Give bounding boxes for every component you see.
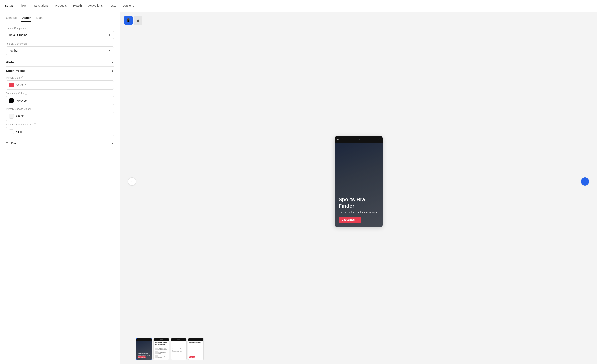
topbar-chevron-up-icon: ▲ [111,142,114,145]
topbar-section-header[interactable]: TopBar ▲ [6,139,114,147]
tab-general[interactable]: General [6,16,17,22]
phone-heading: Sports Bra Finder [339,196,379,209]
nav-item-setup[interactable]: Setup [5,4,13,8]
secondary-color-field: Secondary Color i #040405 [6,92,114,105]
primary-color-input[interactable]: #e93e51 [6,80,114,90]
thumb-1-text: Sports Bra Finder [138,353,150,354]
left-panel: GeneralDesignData Theme Component Defaul… [0,12,120,364]
phone-content: Sports Bra Finder Find the perfect Bra f… [335,143,383,227]
thumb-3-text: We're finding the perfect Bra for you. [172,348,185,351]
arrow-left-icon: ‹ [132,180,133,183]
secondary-color-input[interactable]: #040405 [6,96,114,105]
tab-design[interactable]: Design [21,16,31,22]
top-nav: SetupFlowTranslationsProductsHealthActiv… [0,0,597,12]
tab-bar: GeneralDesignData [6,16,114,22]
secondary-color-hex: #040405 [16,99,27,102]
secondary-surface-color-input[interactable]: #ffffff [6,127,114,137]
nav-item-versions[interactable]: Versions [123,4,134,8]
primary-color-field: Primary Color i #e93e51 [6,77,114,90]
theme-component-label: Theme Component [6,27,114,30]
secondary-color-info-icon[interactable]: i [25,92,27,95]
right-panel: 📱 🖥 ‹ ← ↺ ⤢ ✕ [120,12,597,364]
color-presets-body: Primary Color i #e93e51 Secondary Color … [6,75,114,137]
nav-item-products[interactable]: Products [55,4,67,8]
primary-surface-color-swatch [9,114,14,119]
bar-component-label: Top Bar Component [6,42,114,45]
phone-toolbar-brand-icon: ⤢ [359,138,361,141]
primary-color-info-icon[interactable]: i [21,77,24,79]
chevron-down-icon-2: ▼ [109,49,111,52]
bar-component-section: Top Bar Component Top bar ▼ [6,42,114,55]
secondary-color-swatch [9,98,14,103]
nav-item-health[interactable]: Health [73,4,82,8]
primary-surface-color-input[interactable]: #f6f6f6 [6,112,114,121]
desktop-icon: 🖥 [136,18,140,23]
primary-color-label: Primary Color i [6,77,114,79]
thumb-2-question: What activity will you use your sports b… [155,342,168,347]
desktop-view-button[interactable]: 🖥 [134,16,142,25]
secondary-surface-color-field: Secondary Surface Color i #ffffff [6,123,114,137]
thumb-4-btn: Start Now [189,356,195,358]
thumb-4-text: Best choice for you. [189,342,202,343]
color-presets-chevron-up-icon: ▲ [111,70,114,72]
nav-item-tests[interactable]: Tests [109,4,116,8]
color-presets-section: Color Presets ▲ Primary Color i #e93e51 [6,66,114,137]
theme-component-section: Theme Component Default Theme ▼ [6,27,114,39]
secondary-surface-color-label: Secondary Surface Color i [6,123,114,126]
primary-surface-color-hex: #f6f6f6 [16,115,24,118]
thumbnail-1[interactable]: Sports Bra Finder Find the perfect Bra f… [136,338,152,360]
thumb-1-subtext: Find the perfect Bra for you. [138,355,150,356]
mobile-view-button[interactable]: 📱 [124,16,133,25]
device-toggle: 📱 🖥 [124,16,142,25]
global-section-title: Global [6,61,16,64]
back-icon[interactable]: ← [337,138,339,141]
secondary-surface-color-hex: #ffffff [16,130,22,133]
phone-toolbar-close-icon[interactable]: ✕ [378,138,380,141]
tab-data[interactable]: Data [36,16,43,22]
thumbnail-strip: Sports Bra Finder Find the perfect Bra f… [136,338,204,360]
primary-surface-color-info-icon[interactable]: i [31,108,33,110]
bar-component-select[interactable]: Top bar ▼ [6,46,114,55]
theme-component-value: Default Theme [9,33,27,37]
thumbnail-2[interactable]: What activity will you use your sports b… [153,338,169,360]
phone-toolbar: ← ↺ ⤢ ✕ [335,136,383,143]
primary-color-swatch [9,83,14,87]
global-chevron-down-icon: ▼ [111,61,114,64]
phone-subtext: Find the perfect Bra for your workout. [339,210,379,214]
secondary-surface-color-swatch [9,130,14,134]
nav-item-flow[interactable]: Flow [20,4,26,8]
bar-component-value: Top bar [9,49,18,52]
chevron-down-icon: ▼ [109,34,111,36]
main-layout: GeneralDesignData Theme Component Defaul… [0,12,597,364]
refresh-icon[interactable]: ↺ [341,138,343,141]
phone-cta-button[interactable]: Get Started → [339,217,361,223]
thumb-1-cta: Get Started → [138,356,146,358]
phone-text-content: Sports Bra Finder Find the perfect Bra f… [339,196,379,223]
preview-prev-button[interactable]: ‹ [128,178,136,186]
nav-item-translations[interactable]: Translations [32,4,48,8]
preview-next-button[interactable]: › [581,178,589,186]
thumb-3-sub: Just a few more steps. [172,351,185,352]
primary-color-hex: #e93e51 [16,84,27,87]
arrow-right-icon: › [584,180,585,183]
primary-surface-color-field: Primary Surface Color i #f6f6f6 [6,108,114,121]
color-presets-title: Color Presets [6,69,26,72]
preview-area: ‹ ← ↺ ⤢ ✕ Sports Bra Finder Find the pe [124,28,593,335]
phone-mockup: ← ↺ ⤢ ✕ Sports Bra Finder Find the perfe… [335,136,383,227]
global-section-header[interactable]: Global ▼ [6,58,114,66]
nav-item-activations[interactable]: Activations [88,4,103,8]
topbar-section-title: TopBar [6,141,16,145]
secondary-color-label: Secondary Color i [6,92,114,95]
thumbnail-4[interactable]: Best choice for you. Start Now [188,338,204,360]
primary-surface-color-label: Primary Surface Color i [6,108,114,110]
mobile-icon: 📱 [126,18,131,23]
phone-toolbar-icons: ← ↺ [337,138,343,141]
thumbnail-3[interactable]: We're finding the perfect Bra for you. J… [171,338,187,360]
color-presets-header[interactable]: Color Presets ▲ [6,66,114,75]
theme-component-select[interactable]: Default Theme ▼ [6,31,114,39]
secondary-surface-color-info-icon[interactable]: i [34,123,36,126]
